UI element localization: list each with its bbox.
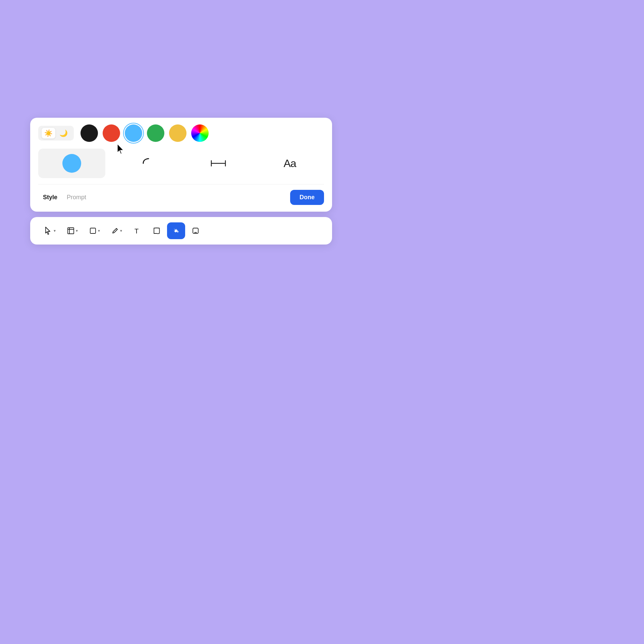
style-panel: ☀️ 🌙: [30, 118, 332, 212]
frame-chevron: ▾: [76, 228, 78, 233]
theme-toggle: ☀️ 🌙: [38, 126, 74, 141]
font-size-label: Aa: [283, 157, 296, 170]
cursor-icon: [116, 143, 125, 155]
color-rainbow[interactable]: [191, 124, 209, 142]
color-preview-circle: [62, 154, 81, 173]
color-preview-box: [38, 149, 105, 178]
panels-wrapper: ☀️ 🌙: [30, 118, 332, 245]
tab-prompt[interactable]: Prompt: [62, 192, 91, 203]
frame-tool[interactable]: ▾: [62, 222, 83, 239]
dark-mode-button[interactable]: 🌙: [57, 128, 70, 139]
frame-icon: [66, 226, 75, 235]
svg-rect-6: [90, 228, 96, 233]
note-tool[interactable]: [148, 222, 166, 239]
shape-icon: [89, 226, 97, 235]
ai-icon: ✦+: [172, 226, 180, 235]
embed-tool[interactable]: [186, 222, 205, 239]
tab-style[interactable]: Style: [38, 192, 62, 203]
rounded-corner-icon: [139, 156, 153, 171]
color-black[interactable]: [80, 124, 98, 142]
select-chevron: ▾: [54, 228, 56, 233]
color-green[interactable]: [147, 124, 164, 142]
text-tool[interactable]: T: [128, 222, 146, 239]
width-tool[interactable]: [209, 156, 227, 171]
shape-tool[interactable]: ▾: [84, 222, 105, 239]
color-yellow[interactable]: [169, 124, 186, 142]
rounded-corner-tool[interactable]: [139, 156, 153, 171]
color-red[interactable]: [103, 124, 120, 142]
shape-chevron: ▾: [98, 228, 100, 233]
svg-point-7: [113, 232, 114, 233]
note-icon: [152, 226, 161, 235]
font-size-tool[interactable]: Aa: [283, 157, 296, 170]
select-icon: [44, 226, 53, 235]
pen-tool[interactable]: ▾: [106, 222, 127, 239]
tool-icons: Aa: [111, 156, 324, 171]
done-button[interactable]: Done: [290, 190, 324, 205]
text-icon: T: [133, 226, 142, 235]
color-blue[interactable]: [125, 124, 142, 142]
svg-rect-3: [68, 228, 74, 234]
embed-icon: [191, 226, 200, 235]
pen-icon: [111, 226, 119, 235]
svg-text:✦+: ✦+: [174, 229, 179, 233]
light-mode-button[interactable]: ☀️: [42, 128, 55, 139]
tab-row: Style Prompt Done: [38, 184, 324, 205]
select-tool[interactable]: ▾: [40, 222, 60, 239]
tools-row: Aa: [38, 149, 324, 178]
pen-chevron: ▾: [120, 228, 122, 233]
svg-text:T: T: [135, 227, 139, 235]
color-row: ☀️ 🌙: [38, 124, 324, 142]
bottom-toolbar: ▾ ▾ ▾ ▾: [30, 217, 332, 245]
width-icon: [209, 156, 227, 171]
ai-tool[interactable]: ✦+: [167, 222, 185, 239]
